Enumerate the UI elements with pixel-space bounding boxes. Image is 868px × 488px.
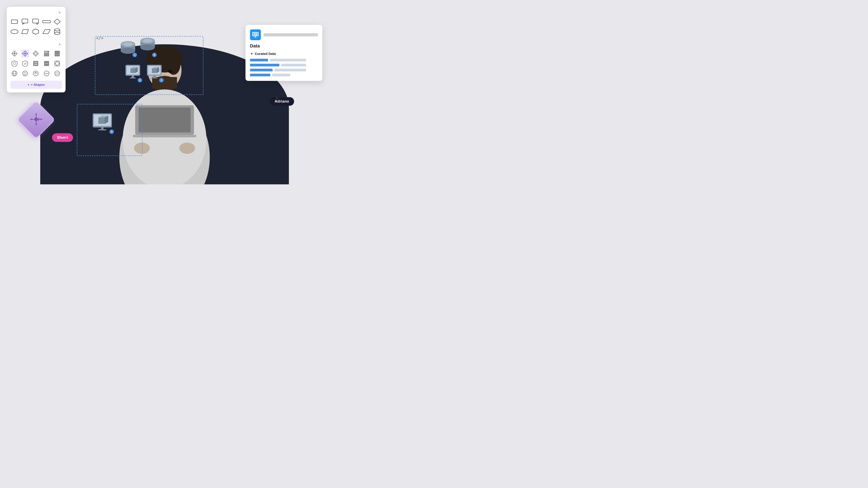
svg-point-32 [55,32,60,35]
curated-data-header[interactable]: ▼ Curated Data [250,52,318,56]
shape-speech-bubble[interactable] [21,18,29,26]
icon-dns-globe-1[interactable]: DNS [10,69,19,77]
svg-point-95 [121,48,135,54]
shape-hexagon[interactable] [32,28,40,36]
svg-point-64 [13,62,16,65]
icons-panel-close[interactable]: × [57,42,62,47]
diagram-area: </> 1 8 [77,23,217,149]
svg-line-66 [25,63,26,64]
svg-text:DNS: DNS [23,75,26,76]
svg-point-87 [45,73,46,74]
icons-grid: DNS DNS [10,50,62,77]
add-shapes-label: + Shapes [31,83,45,87]
svg-marker-46 [34,52,37,55]
svg-rect-115 [153,76,156,77]
svg-point-69 [34,63,35,64]
svg-point-70 [35,63,36,64]
add-shapes-button[interactable]: + + Shapes [10,80,62,89]
shapes-panel: × × [7,7,66,92]
shape-rectangle[interactable] [10,18,19,26]
svg-point-71 [36,63,37,64]
monitor-icon-left[interactable]: 5 [124,64,141,82]
svg-point-73 [45,63,46,64]
svg-rect-123 [98,129,106,130]
shape-parallelogram[interactable] [21,28,29,36]
disk-badge-8: 8 [152,53,157,57]
svg-rect-116 [151,77,157,78]
monitor-badge-5-bottom: 5 [110,129,114,134]
icons-panel-header: × [10,42,62,47]
disk-icon-8[interactable]: 8 [140,37,156,56]
icon-dns-globe-2[interactable]: DNS [21,69,29,77]
svg-rect-23 [43,21,51,23]
disk-icon-1[interactable]: 1 [120,41,136,56]
svg-rect-60 [55,51,59,56]
data-bar-gray-2 [281,64,306,66]
icon-remote[interactable] [32,69,40,77]
curated-data-label: Curated Data [255,52,276,56]
data-row-2 [250,64,318,66]
data-row-4 [250,74,318,76]
shape-rhombus[interactable] [42,28,51,36]
svg-marker-112 [152,68,157,73]
shape-diamond[interactable] [53,18,61,26]
data-bar-blue-2 [250,64,279,66]
shapes-panel-header: × [10,10,62,15]
svg-point-97 [123,42,132,46]
data-bar-gray-3 [274,69,306,71]
icon-dots-3[interactable] [42,69,51,77]
icon-dots-2[interactable] [42,59,51,68]
icon-shield-1[interactable] [21,59,29,68]
cursor-icon [276,96,279,101]
shapes-panel-close[interactable]: × [57,10,62,15]
monitor-bottom[interactable]: 5 [92,113,113,133]
data-panel-title: Data [250,43,318,48]
svg-rect-52 [44,51,48,52]
large-diamond-icon[interactable] [23,106,50,133]
svg-point-55 [45,54,46,55]
shape-cylinder[interactable] [53,28,61,36]
icon-server-1[interactable] [42,50,51,58]
monitor-badge-5-left: 5 [138,78,142,83]
svg-point-29 [55,29,60,31]
svg-marker-105 [130,68,135,73]
svg-rect-141 [254,37,257,37]
icon-network-2[interactable] [21,50,29,58]
data-row-1 [250,59,318,61]
data-rows [250,59,318,76]
svg-marker-133 [38,118,41,121]
svg-point-75 [47,63,48,64]
icon-network-3[interactable] [32,50,40,58]
shape-speech-bubble-2[interactable] [32,18,40,26]
svg-marker-27 [33,29,39,34]
icon-network-1[interactable] [10,50,19,58]
svg-point-88 [46,73,47,74]
data-bar-blue-4 [250,74,270,76]
icon-server-2[interactable] [53,50,61,58]
icon-dots-1[interactable] [32,59,40,68]
svg-point-74 [46,63,47,64]
shape-wide-rect[interactable] [42,18,51,26]
svg-point-124 [34,118,38,121]
svg-marker-131 [30,119,32,120]
icon-security-1[interactable] [10,59,19,68]
shapes-grid-row1 [10,18,62,36]
monitor-badge-1-right: 1 [159,78,164,83]
monitor-icon-right[interactable]: 1 [146,64,163,82]
svg-point-90 [55,71,60,76]
svg-rect-140 [255,36,256,37]
svg-rect-21 [33,19,38,23]
icon-dots-4[interactable] [53,69,61,77]
plus-icon: + [28,83,29,87]
data-panel: Data ▼ Curated Data [246,25,322,81]
svg-rect-18 [11,20,18,24]
svg-rect-19 [22,19,28,23]
shape-oval[interactable] [10,28,19,36]
code-icon: </> [96,36,103,40]
svg-marker-119 [98,118,105,124]
svg-point-102 [143,39,152,42]
svg-rect-122 [101,127,103,129]
svg-rect-109 [130,77,136,78]
icon-expand[interactable] [53,59,61,68]
svg-marker-130 [35,124,37,126]
